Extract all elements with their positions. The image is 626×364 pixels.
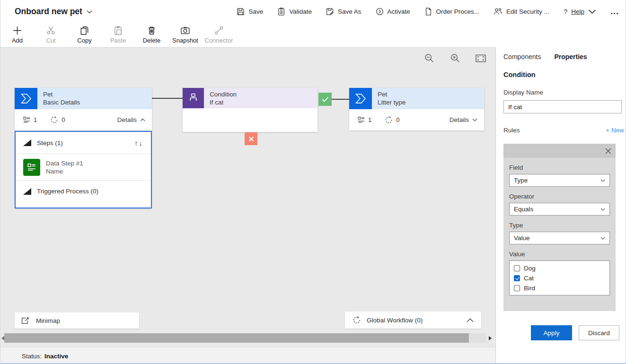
- minimap-icon: [21, 317, 29, 325]
- page-title: Onboard new pet: [15, 7, 82, 17]
- help-button[interactable]: ? Help: [564, 8, 596, 16]
- close-icon[interactable]: [605, 148, 611, 154]
- stage-expanded-details: Steps (1) ↑↓ Data Step #1 Name Triggered…: [15, 131, 152, 208]
- save-as-button[interactable]: Save As: [326, 8, 361, 16]
- triggered-process-section-header[interactable]: Triggered Process (0): [16, 180, 151, 202]
- data-step-title: Data Step #1: [46, 159, 83, 167]
- paste-button: Paste: [101, 23, 135, 47]
- data-steps-count: 1: [23, 116, 37, 123]
- stage-litter-type[interactable]: Pet Litter type 1 0 Details: [349, 88, 484, 130]
- condition-name: If cat: [210, 98, 237, 106]
- rule-card: Field Type Operator Equals Type Value: [503, 144, 616, 311]
- field-dropdown[interactable]: Type: [509, 174, 610, 187]
- chevron-down-icon: [472, 118, 477, 121]
- edit-security-button[interactable]: Edit Security ...: [494, 8, 549, 16]
- operator-dropdown[interactable]: Equals: [509, 203, 610, 216]
- more-commands-button[interactable]: ...: [610, 9, 619, 14]
- sync-icon: [353, 316, 361, 324]
- details-toggle[interactable]: Details: [117, 116, 145, 123]
- condition-no-badge[interactable]: [245, 132, 257, 145]
- help-icon: ?: [564, 8, 567, 16]
- fit-to-canvas-icon: [476, 54, 486, 62]
- zoom-in-icon: [450, 53, 460, 63]
- properties-panel: Components Properties Condition Display …: [495, 47, 626, 364]
- bpf-designer-window: Onboard new pet Save Validate Save As Ac…: [0, 0, 626, 364]
- minimap-button[interactable]: Minimap: [15, 312, 139, 329]
- panel-section-title: Condition: [503, 71, 536, 78]
- snapshot-icon: [181, 26, 190, 35]
- tab-properties[interactable]: Properties: [554, 53, 587, 62]
- delete-button[interactable]: Delete: [135, 23, 168, 47]
- display-name-input[interactable]: [503, 100, 622, 113]
- edit-security-icon: [494, 8, 503, 16]
- new-rule-link[interactable]: + New: [606, 127, 624, 134]
- delete-icon: [147, 26, 156, 35]
- add-button[interactable]: Add: [0, 23, 34, 47]
- option-bird[interactable]: Bird: [514, 283, 605, 293]
- chevron-up-icon[interactable]: [467, 317, 474, 324]
- designer-toolbar: Add Cut Copy Paste Delete Snapshot Conne…: [0, 23, 626, 47]
- data-step-icon: [23, 159, 40, 176]
- steps-section-header[interactable]: Steps (1) ↑↓: [16, 132, 151, 154]
- stage-chevron-icon: [15, 88, 37, 109]
- chevron-down-icon: [588, 8, 596, 16]
- zoom-out-button[interactable]: [423, 52, 435, 64]
- connector-icon: [214, 26, 223, 35]
- option-dog[interactable]: Dog: [514, 263, 605, 273]
- global-workflow-bar[interactable]: Global Workflow (0): [345, 312, 481, 329]
- save-button[interactable]: Save: [237, 8, 263, 16]
- data-steps-icon: [358, 116, 365, 123]
- status-bar: Status: Inactive: [0, 347, 495, 364]
- condition-title: Condition: [210, 90, 237, 98]
- scroll-right-arrow[interactable]: [488, 333, 493, 343]
- validate-button[interactable]: Validate: [277, 8, 312, 16]
- section-triangle-icon: [23, 188, 31, 195]
- scrollbar-thumb[interactable]: [4, 333, 469, 343]
- more-icon: ...: [610, 9, 619, 14]
- stage-entity: Pet: [43, 90, 80, 98]
- connector-button: Connector: [202, 23, 236, 47]
- tab-components[interactable]: Components: [503, 53, 541, 62]
- order-process-icon: [424, 8, 432, 16]
- move-up-icon[interactable]: ↑: [134, 139, 139, 147]
- type-dropdown[interactable]: Value: [509, 232, 610, 244]
- stage-header: Pet Basic Details: [15, 88, 152, 109]
- flow-canvas[interactable]: Pet Basic Details 1 0 Details: [0, 47, 495, 364]
- stage-basic-details[interactable]: Pet Basic Details 1 0 Details: [15, 88, 152, 130]
- field-label: Field: [509, 164, 610, 171]
- chevron-up-icon: [140, 118, 145, 121]
- discard-button[interactable]: Discard: [579, 325, 619, 340]
- chevron-down-icon: [600, 179, 605, 182]
- apply-button[interactable]: Apply: [531, 325, 572, 340]
- process-title-dropdown[interactable]: Onboard new pet: [15, 7, 92, 17]
- checkbox-unchecked[interactable]: [514, 265, 520, 271]
- checkbox-checked[interactable]: [514, 275, 520, 281]
- option-cat[interactable]: Cat: [514, 273, 605, 283]
- order-process-flow-button[interactable]: Order Proces...: [424, 8, 480, 16]
- activate-button[interactable]: Activate: [376, 8, 410, 16]
- stage-header: Pet Litter type: [349, 88, 484, 109]
- copy-button[interactable]: Copy: [68, 23, 101, 47]
- save-icon: [237, 8, 245, 16]
- checkbox-unchecked[interactable]: [514, 285, 520, 291]
- stage-entity: Pet: [378, 90, 406, 98]
- cut-button: Cut: [34, 23, 68, 47]
- connector-condition-stage2: [332, 99, 349, 100]
- condition-branch-icon: [183, 88, 204, 108]
- check-icon: [322, 96, 329, 102]
- zoom-in-button[interactable]: [449, 52, 461, 64]
- connector-stage1-condition: [152, 98, 183, 99]
- horizontal-scrollbar[interactable]: [4, 333, 486, 343]
- copy-icon: [80, 26, 89, 35]
- condition-node[interactable]: Condition If cat: [183, 88, 317, 132]
- data-step-field: Name: [46, 167, 83, 175]
- data-step-item[interactable]: Data Step #1 Name: [16, 154, 151, 180]
- rules-label: Rules: [503, 127, 520, 134]
- condition-yes-badge[interactable]: [318, 93, 332, 106]
- stage-name: Litter type: [378, 98, 406, 106]
- condition-body: [183, 108, 317, 132]
- fit-to-canvas-button[interactable]: [475, 52, 487, 64]
- details-toggle[interactable]: Details: [450, 116, 477, 123]
- snapshot-button[interactable]: Snapshot: [168, 23, 202, 47]
- move-down-icon[interactable]: ↓: [139, 139, 144, 147]
